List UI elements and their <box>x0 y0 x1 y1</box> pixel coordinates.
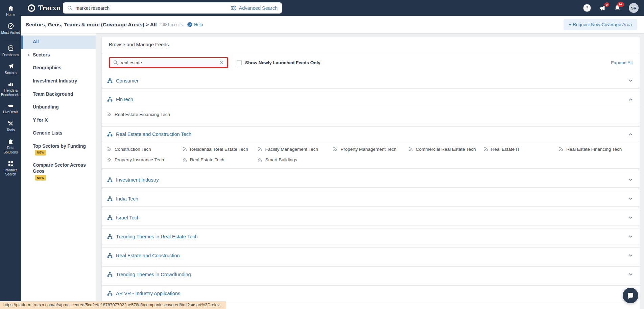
feed-group-name: FinTech <box>116 97 133 102</box>
feed-group-header[interactable]: Real Estate and Construction <box>102 248 640 263</box>
feed-group: Real Estate and Construction Tech Constr… <box>102 126 640 169</box>
feed-item[interactable]: Real Estate Financing Tech <box>107 112 183 117</box>
side-panel-item[interactable]: Team Background <box>21 88 96 101</box>
advanced-search-button[interactable]: Advanced Search <box>231 5 278 11</box>
side-panel-item-label: Generic Lists <box>33 130 62 137</box>
side-panel-item[interactable]: Top Sectors by Funding NEW <box>21 140 96 159</box>
side-panel-item[interactable]: Generic Lists <box>21 127 96 140</box>
chevron-down-icon[interactable] <box>628 253 633 258</box>
side-panel-item-label: Sectors <box>33 52 50 58</box>
feed-group-header[interactable]: AR VR - Industry Applications <box>102 286 640 301</box>
rss-icon <box>258 147 262 151</box>
feed-item-label: Facility Management Tech <box>265 147 318 152</box>
feed-filter-input[interactable] <box>121 60 219 65</box>
help-link[interactable]: ? Help <box>187 22 203 27</box>
feed-item[interactable]: Facility Management Tech <box>258 147 333 152</box>
feed-group-header[interactable]: Israel Tech <box>102 210 640 225</box>
rail-item-tools[interactable]: Tools <box>0 117 21 135</box>
tracxn-logo[interactable]: Tracxn <box>27 0 61 16</box>
new-badge: NEW <box>35 150 46 156</box>
side-panel-item[interactable]: Compare Sector Across Geos NEW <box>21 159 96 184</box>
feed-group-header[interactable]: Investment Industry <box>102 172 640 187</box>
chevron-down-icon[interactable] <box>628 78 633 83</box>
feed-group-name: India Tech <box>116 196 138 201</box>
side-panel-item[interactable]: Sectors <box>21 49 96 62</box>
top-bar: Tracxn Advanced Search ? 9 9+ SR <box>0 0 644 16</box>
global-search-input[interactable] <box>75 5 231 11</box>
side-panel-item-label: Geographies <box>33 65 61 71</box>
feed-group-name: Trending Themes in Crowdfunding <box>116 272 191 277</box>
help-circle-icon[interactable]: ? <box>583 4 591 12</box>
notifications-badge: 9+ <box>617 2 624 7</box>
feed-item[interactable]: Residential Real Estate Tech <box>183 147 258 152</box>
feed-group-header[interactable]: Trending Themes in Crowdfunding <box>102 267 640 282</box>
feed-item[interactable]: Property Insurance Tech <box>107 157 183 162</box>
bar-chart-icon <box>7 80 14 87</box>
rail-item-product-search[interactable]: Product Search <box>0 158 21 180</box>
expand-all-link[interactable]: Expand All <box>611 60 633 65</box>
side-panel-item[interactable]: Investment Industry <box>21 75 96 88</box>
side-panel-item[interactable]: Geographies <box>21 62 96 75</box>
feed-group-header[interactable]: India Tech <box>102 191 640 206</box>
feed-group-header[interactable]: Trending Themes in Real Estate Tech <box>102 229 640 244</box>
rail-divider <box>3 40 18 40</box>
feed-group-name: AR VR - Industry Applications <box>116 291 180 296</box>
feed-group: FinTech Real Estate Financing Tech <box>102 92 640 123</box>
rail-item-databases[interactable]: Databases <box>0 42 21 60</box>
feed-item-label: Real Estate Tech <box>190 157 224 162</box>
feed-group-header[interactable]: Consumer <box>102 73 640 88</box>
chat-bubble-icon <box>627 292 634 299</box>
chevron-down-icon[interactable] <box>628 196 633 201</box>
feed-group-name: Real Estate and Construction <box>116 253 180 258</box>
breadcrumb: Sectors, Geos, Teams & more (Coverage Ar… <box>26 22 157 28</box>
chevron-down-icon[interactable] <box>628 97 633 102</box>
rail-item-sectors[interactable]: Sectors <box>0 60 21 78</box>
request-new-coverage-area-button[interactable]: + Request New Coverage Area <box>564 19 637 30</box>
chevron-down-icon[interactable] <box>628 132 633 137</box>
rail-item-livedeals[interactable]: LiveDeals <box>0 100 21 117</box>
browse-feeds-card: Browse and Manage Feeds Show Newly Launc… <box>101 36 640 309</box>
coverage-side-panel: All Sectors Geographies Investment Indus… <box>21 33 96 309</box>
feed-item[interactable]: Construction Tech <box>107 147 183 152</box>
rail-item-most-visited[interactable]: Most Visited <box>0 20 21 38</box>
expand-triangle-icon[interactable] <box>28 54 30 56</box>
feed-item[interactable]: Commercial Real Estate Tech <box>408 147 484 152</box>
chevron-down-icon[interactable] <box>628 272 633 277</box>
feed-item[interactable]: Real Estate Financing Tech <box>559 147 634 152</box>
global-search-bar[interactable]: Advanced Search <box>63 2 282 14</box>
feed-item-label: Commercial Real Estate Tech <box>416 147 476 152</box>
feed-item[interactable]: Smart Buildings <box>258 157 333 162</box>
megaphone-icon[interactable]: 9 <box>599 5 606 11</box>
feed-group-name: Israel Tech <box>116 215 140 220</box>
clear-icon[interactable] <box>219 61 224 65</box>
rail-item-data-solutions[interactable]: Data Solutions <box>0 135 21 158</box>
rail-item-home[interactable]: Home <box>0 2 21 20</box>
sitemap-icon <box>107 97 113 102</box>
rail-item-trends-benchmarks[interactable]: Trends & Benchmarks <box>0 78 21 100</box>
user-avatar[interactable]: SR <box>629 3 639 13</box>
feed-item[interactable]: Real Estate Tech <box>183 157 258 162</box>
side-panel-item[interactable]: Unbundling <box>21 101 96 114</box>
feed-filter-box[interactable] <box>109 57 228 68</box>
sitemap-icon <box>107 272 113 277</box>
feed-group-header[interactable]: Real Estate and Construction Tech <box>102 127 640 142</box>
filter-row: Show Newly Launched Feeds Only Expand Al… <box>102 52 640 73</box>
bell-icon[interactable]: 9+ <box>614 4 621 11</box>
chevron-down-icon[interactable] <box>628 234 633 239</box>
newly-launched-checkbox[interactable] <box>237 60 242 65</box>
brand-name: Tracxn <box>38 4 61 12</box>
chat-launcher-button[interactable] <box>623 288 638 303</box>
new-badge: NEW <box>35 175 46 181</box>
feed-group-name: Investment Industry <box>116 177 159 183</box>
feed-groups: Consumer FinTech <box>102 73 640 301</box>
paper-plane-icon <box>7 63 14 70</box>
feed-item[interactable]: Real Estate IT <box>484 147 559 152</box>
side-panel-item-label: Team Background <box>33 91 73 98</box>
feed-item[interactable]: Property Management Tech <box>333 147 408 152</box>
side-panel-item[interactable]: All <box>21 35 96 49</box>
side-panel-item[interactable]: Y for X <box>21 114 96 127</box>
rss-icon <box>107 158 112 162</box>
chevron-down-icon[interactable] <box>628 177 633 182</box>
feed-group-header[interactable]: FinTech <box>102 92 640 107</box>
chevron-down-icon[interactable] <box>628 215 633 220</box>
